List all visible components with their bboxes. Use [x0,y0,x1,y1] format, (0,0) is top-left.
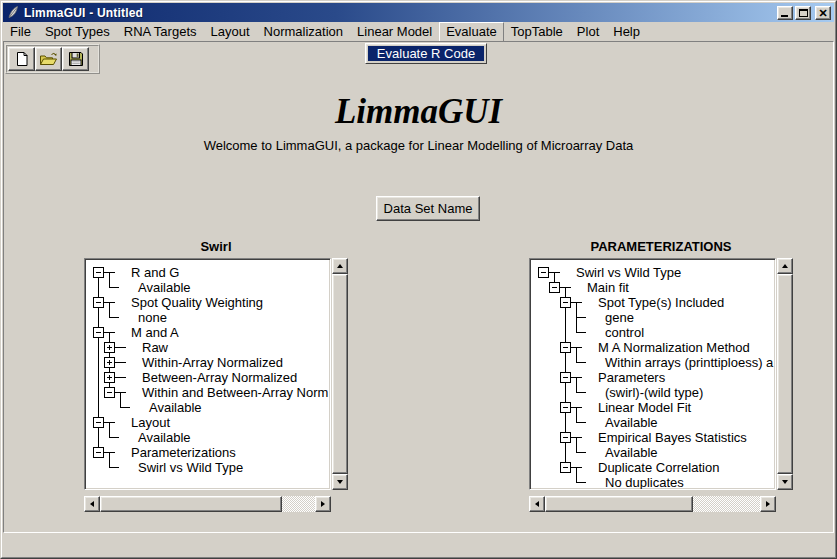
tree-node-label[interactable]: Linear Model Fit [598,400,691,415]
tree-collapse-box[interactable] [549,282,560,293]
tree-connector-line [571,302,582,303]
tree-node-label[interactable]: none [138,310,167,325]
tree-node-label[interactable]: Spot Type(s) Included [598,295,724,310]
tree-connector-line [571,347,582,348]
scroll-down-button[interactable] [332,474,348,490]
tree-node-label[interactable]: Swirl vs Wild Type [138,460,243,475]
tree-node-label[interactable]: gene [605,310,634,325]
tree-connector-line [576,317,586,318]
tree-node-label[interactable]: Parameters [598,370,665,385]
tree-collapse-box[interactable] [538,267,549,278]
tree-connector-line [115,347,126,348]
tree-collapse-box[interactable] [560,402,571,413]
scroll-left-button[interactable] [529,496,545,512]
tree-connector-line [120,407,130,408]
dataset-tree-hscrollbar[interactable] [84,496,331,512]
scroll-down-button[interactable] [777,474,793,490]
tree-node-label[interactable]: Available [138,280,191,295]
menu-item-rna-targets[interactable]: RNA Targets [117,22,204,42]
tree-connector-line [571,377,582,378]
tree-node-label[interactable]: Empirical Bayes Statistics [598,430,747,445]
menu-item-help[interactable]: Help [606,22,647,42]
tree-collapse-box[interactable] [560,342,571,353]
data-set-name-button[interactable]: Data Set Name [376,196,480,221]
maximize-button[interactable] [795,6,811,20]
left-tree-caption: Swirl [84,239,348,254]
tree-node-label[interactable]: Main fit [587,280,629,295]
tree-node-label[interactable]: Spot Quality Weighting [131,295,263,310]
open-file-button[interactable] [35,47,62,71]
parameterizations-tree-hscrollbar[interactable] [529,496,776,512]
tree-connector-line [109,467,119,468]
tree-node-label[interactable]: Available [605,415,658,430]
tree-node-label[interactable]: M and A [131,325,179,340]
tree-node-label[interactable]: Available [149,400,202,415]
tree-expand-box[interactable] [104,372,115,383]
hscroll-thumb[interactable] [100,496,282,512]
hscroll-thumb[interactable] [545,496,693,512]
tree-node-label[interactable]: Duplicate Correlation [598,460,719,475]
tree-collapse-box[interactable] [560,462,571,473]
tree-collapse-box[interactable] [93,417,104,428]
tree-node-label[interactable]: Raw [142,340,168,355]
tree-connector-line [576,362,586,363]
menu-item-evaluate[interactable]: Evaluate [439,22,504,42]
tree-collapse-box[interactable] [93,267,104,278]
tree-collapse-box[interactable] [93,327,104,338]
menu-item-linear-model[interactable]: Linear Model [350,22,439,42]
tree-node-label[interactable]: Within arrays (printtiploess) a [605,355,773,370]
tree-collapse-box[interactable] [560,297,571,308]
parameterizations-tree-vscrollbar[interactable] [777,258,793,490]
tree-connector-line [576,467,577,482]
tree-collapse-box[interactable] [93,297,104,308]
tree-node-label[interactable]: Available [138,430,191,445]
tree-node-label[interactable]: Layout [131,415,170,430]
tree-collapse-box[interactable] [104,387,115,398]
new-file-button[interactable] [8,47,35,71]
close-button[interactable]: ✕ [815,6,831,20]
tree-collapse-box[interactable] [93,447,104,458]
tree-expand-box[interactable] [104,357,115,368]
parameterizations-tree-widget: Swirl vs Wild TypeMain fitSpot Type(s) I… [529,258,793,513]
tree-node-label[interactable]: control [605,325,644,340]
dataset-tree-vscrollbar[interactable] [332,258,348,490]
save-file-button[interactable] [62,47,89,71]
tree-connector-line [576,482,586,483]
menu-item-evaluate-r-code[interactable]: Evaluate R Code [368,46,484,61]
tree-node-label[interactable]: M A Normalization Method [598,340,750,355]
tree-node-label[interactable]: Between-Array Normalized [142,370,297,385]
parameterizations-tree-listbox[interactable]: Swirl vs Wild TypeMain fitSpot Type(s) I… [529,258,776,490]
tree-node-label[interactable]: Within-Array Normalized [142,355,283,370]
menu-item-layout[interactable]: Layout [204,22,257,42]
tree-connector-line [560,287,571,288]
tree-connector-line [571,407,582,408]
dataset-tree-listbox[interactable]: R and GAvailableSpot Quality Weightingno… [84,258,331,490]
tree-expand-box[interactable] [104,342,115,353]
tree-collapse-box[interactable] [560,372,571,383]
tree-connector-line [104,332,115,333]
tree-node-label[interactable]: Parameterizations [131,445,236,460]
tree-collapse-box[interactable] [560,432,571,443]
scroll-left-button[interactable] [84,496,100,512]
menu-item-toptable[interactable]: TopTable [504,22,570,42]
tree-node-label[interactable]: Within and Between-Array Norm [142,385,328,400]
scroll-up-button[interactable] [777,258,793,274]
menu-item-plot[interactable]: Plot [570,22,606,42]
menu-item-normalization[interactable]: Normalization [257,22,350,42]
scroll-right-button[interactable] [760,496,776,512]
tree-node-label[interactable]: Available [605,445,658,460]
menu-item-file[interactable]: File [3,22,38,42]
scroll-up-button[interactable] [332,258,348,274]
tree-node-label[interactable]: (swirl)-(wild type) [605,385,703,400]
menu-item-spot-types[interactable]: Spot Types [38,22,117,42]
minimize-button[interactable] [777,6,793,20]
tree-node-label[interactable]: No duplicates [605,475,684,489]
vscroll-thumb[interactable] [332,274,348,474]
tree-connector-line [115,392,126,393]
vscroll-thumb[interactable] [777,274,793,474]
tree-node-label[interactable]: R and G [131,265,179,280]
titlebar[interactable]: LimmaGUI - Untitled ✕ [3,3,834,22]
scroll-right-button[interactable] [315,496,331,512]
tree-connector-line [104,302,115,303]
tree-node-label[interactable]: Swirl vs Wild Type [576,265,681,280]
